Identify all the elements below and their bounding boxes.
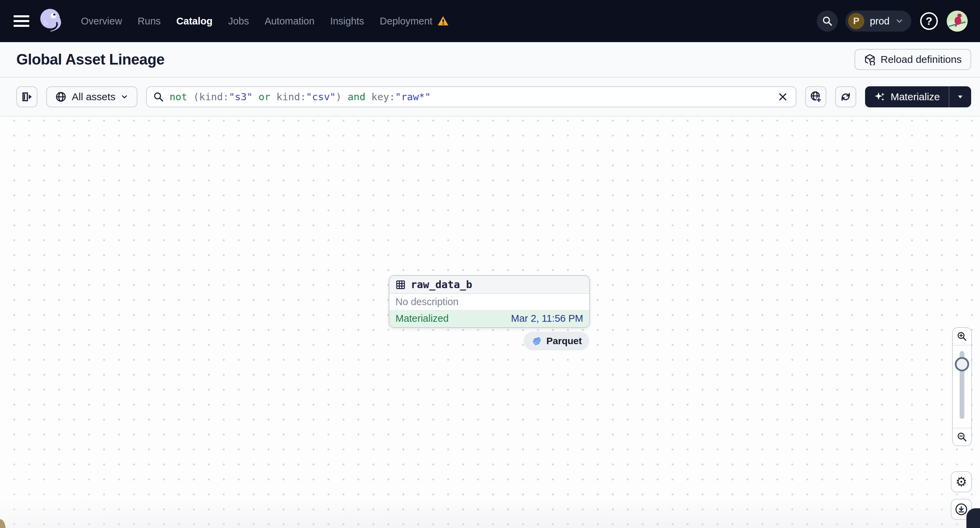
asset-scope-dropdown[interactable]: All assets: [46, 86, 137, 107]
bottom-right-corner-overlay: [966, 508, 980, 528]
warning-triangle-icon: [437, 16, 449, 27]
clear-filter-button[interactable]: [775, 89, 790, 104]
asset-status-row: Materialized Mar 2, 11:56 PM: [389, 310, 589, 327]
download-icon: [955, 503, 968, 516]
refresh-icon: [840, 91, 851, 103]
reload-cube-icon: [864, 54, 876, 65]
search-icon: [153, 91, 164, 102]
asset-description: No description: [389, 294, 589, 310]
deployment-switcher[interactable]: P prod: [845, 11, 911, 32]
graph-settings-button[interactable]: ⚙: [951, 471, 972, 492]
gear-icon: ⚙: [956, 475, 967, 488]
materialize-split-button: Materialize: [865, 86, 971, 107]
page-header: Global Asset Lineage Reload definitions: [0, 42, 980, 78]
table-icon: [396, 280, 406, 290]
nav-item-automation[interactable]: Automation: [264, 16, 315, 27]
chevron-down-icon: [895, 17, 904, 25]
parquet-icon: [531, 336, 542, 346]
filter-query-text[interactable]: not (kind:"s3" or kind:"csv") and key:"r…: [169, 91, 770, 103]
materialize-button[interactable]: Materialize: [865, 86, 949, 107]
top-navbar: Overview Runs Catalog Jobs Automation In…: [0, 0, 980, 42]
dagster-logo-icon[interactable]: [38, 8, 65, 35]
svg-text:?: ?: [926, 15, 932, 27]
lineage-toolbar: All assets not (kind:"s3" or kind:"csv")…: [0, 78, 980, 117]
zoom-out-icon: [956, 431, 967, 442]
nav-item-runs[interactable]: Runs: [138, 16, 161, 27]
zoom-slider-handle[interactable]: [955, 357, 969, 371]
zoom-in-button[interactable]: [953, 328, 971, 346]
zoom-in-icon: [956, 331, 967, 342]
question-circle-icon: ?: [920, 11, 939, 30]
nav-item-insights[interactable]: Insights: [330, 16, 364, 27]
materialization-timestamp: Mar 2, 11:56 PM: [511, 313, 583, 324]
dagster-app: Overview Runs Catalog Jobs Automation In…: [0, 0, 980, 528]
page-title: Global Asset Lineage: [16, 51, 165, 68]
hamburger-menu-icon[interactable]: [14, 14, 29, 29]
close-icon: [778, 92, 788, 102]
zoom-out-button[interactable]: [953, 428, 971, 446]
nav-item-jobs[interactable]: Jobs: [228, 16, 249, 27]
global-search-button[interactable]: [817, 11, 838, 32]
add-to-catalog-view-button[interactable]: [805, 86, 826, 107]
reload-definitions-button[interactable]: Reload definitions: [854, 49, 972, 70]
globe-icon: [55, 91, 67, 103]
navbar-right: P prod ?: [817, 11, 968, 32]
deployment-name: prod: [870, 16, 889, 27]
asset-node-raw-data-b[interactable]: raw_data_b No description Materialized M…: [389, 275, 590, 328]
sparkles-icon: [874, 91, 886, 103]
nav-item-deployment[interactable]: Deployment: [380, 16, 449, 27]
asset-filter-input[interactable]: not (kind:"s3" or kind:"csv") and key:"r…: [146, 86, 796, 107]
user-avatar[interactable]: [947, 11, 968, 32]
zoom-controls: [952, 327, 972, 446]
panel-expand-icon: [21, 91, 33, 103]
primary-nav: Overview Runs Catalog Jobs Automation In…: [81, 16, 449, 27]
search-icon: [822, 16, 833, 27]
asset-node-header: raw_data_b: [389, 276, 589, 294]
refresh-button[interactable]: [835, 86, 856, 107]
bottom-left-corner-decoration: [0, 519, 5, 528]
status-badge: Materialized: [396, 313, 449, 324]
chevron-down-icon: [120, 93, 129, 101]
deployment-initial-badge: P: [848, 13, 864, 29]
help-button[interactable]: ?: [919, 11, 939, 31]
globe-plus-icon: [810, 91, 822, 103]
nav-item-overview[interactable]: Overview: [81, 16, 122, 27]
open-sidebar-button[interactable]: [16, 86, 37, 107]
materialize-options-button[interactable]: [950, 86, 971, 107]
zoom-slider[interactable]: [953, 346, 971, 428]
asset-name: raw_data_b: [411, 279, 473, 290]
kind-tag-label: Parquet: [546, 336, 582, 347]
caret-down-icon: [956, 93, 964, 101]
nav-item-catalog[interactable]: Catalog: [177, 16, 213, 27]
lineage-canvas[interactable]: raw_data_b No description Materialized M…: [0, 117, 980, 528]
kind-tag-parquet[interactable]: Parquet: [523, 331, 589, 350]
